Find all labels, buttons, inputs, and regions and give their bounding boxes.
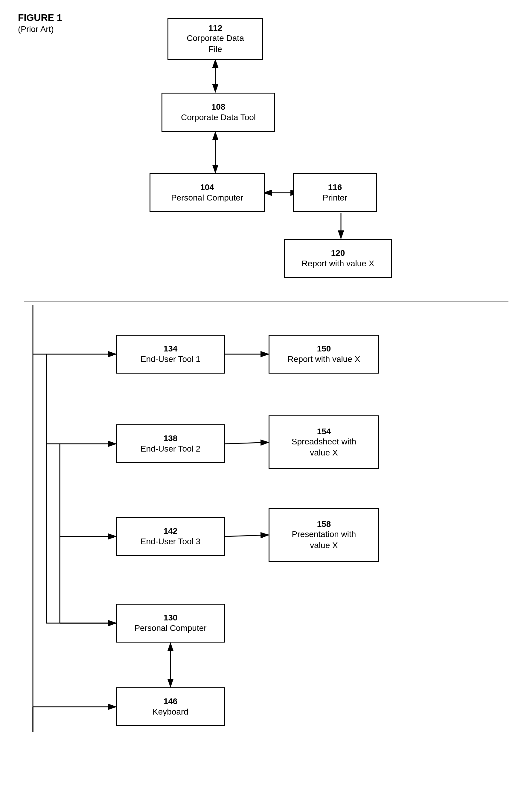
box-158: 158 Presentation withvalue X bbox=[269, 508, 379, 562]
box-108-label: Corporate Data Tool bbox=[181, 112, 256, 123]
svg-line-17 bbox=[225, 442, 269, 444]
box-104-num: 104 bbox=[200, 182, 214, 192]
box-134-num: 134 bbox=[164, 344, 178, 354]
box-116: 116 Printer bbox=[293, 173, 377, 212]
box-134: 134 End-User Tool 1 bbox=[116, 335, 225, 374]
box-112-num: 112 bbox=[208, 23, 223, 33]
box-158-num: 158 bbox=[317, 519, 331, 529]
box-142: 142 End-User Tool 3 bbox=[116, 517, 225, 556]
box-154: 154 Spreadsheet withvalue X bbox=[269, 415, 379, 469]
box-146-num: 146 bbox=[164, 696, 178, 707]
box-108-num: 108 bbox=[211, 102, 226, 112]
box-134-label: End-User Tool 1 bbox=[140, 354, 200, 365]
box-130: 130 Personal Computer bbox=[116, 604, 225, 643]
box-138-label: End-User Tool 2 bbox=[140, 444, 200, 454]
box-146-label: Keyboard bbox=[153, 707, 188, 717]
box-142-label: End-User Tool 3 bbox=[140, 536, 200, 547]
box-116-label: Printer bbox=[323, 192, 347, 203]
box-150: 150 Report with value X bbox=[269, 335, 379, 374]
box-104: 104 Personal Computer bbox=[150, 173, 265, 212]
box-154-label: Spreadsheet withvalue X bbox=[292, 436, 356, 458]
box-158-label: Presentation withvalue X bbox=[292, 529, 356, 551]
box-130-label: Personal Computer bbox=[134, 623, 206, 634]
box-150-label: Report with value X bbox=[288, 354, 360, 365]
box-112-label: Corporate DataFile bbox=[187, 33, 244, 55]
box-104-label: Personal Computer bbox=[171, 192, 243, 203]
box-130-num: 130 bbox=[164, 613, 178, 623]
figure-label: FIGURE 1 (Prior Art) bbox=[18, 12, 62, 35]
box-154-num: 154 bbox=[317, 427, 331, 437]
box-120: 120 Report with value X bbox=[284, 239, 392, 278]
box-108: 108 Corporate Data Tool bbox=[161, 93, 275, 132]
svg-line-18 bbox=[225, 535, 269, 536]
box-150-num: 150 bbox=[317, 344, 331, 354]
box-138: 138 End-User Tool 2 bbox=[116, 424, 225, 463]
figure-title: FIGURE 1 bbox=[18, 12, 62, 23]
box-138-num: 138 bbox=[164, 433, 178, 444]
box-120-label: Report with value X bbox=[302, 258, 375, 269]
page: FIGURE 1 (Prior Art) bbox=[0, 0, 521, 812]
box-116-num: 116 bbox=[328, 182, 342, 192]
box-112: 112 Corporate DataFile bbox=[167, 18, 263, 60]
box-142-num: 142 bbox=[164, 526, 178, 536]
box-146: 146 Keyboard bbox=[116, 687, 225, 726]
figure-subtitle: (Prior Art) bbox=[18, 23, 62, 35]
box-120-num: 120 bbox=[331, 248, 345, 258]
